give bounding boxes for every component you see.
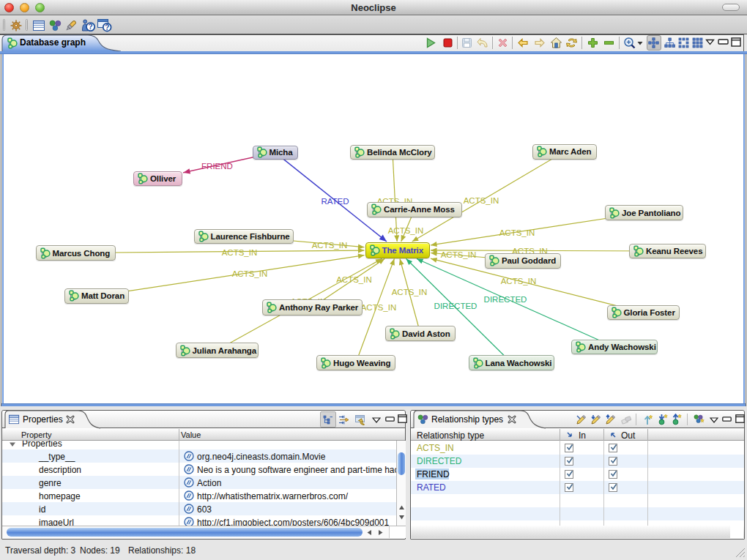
svg-text:ACTS_IN: ACTS_IN [464,196,499,205]
svg-text:ACTS_IN: ACTS_IN [388,226,424,235]
svg-text:DIRECTED: DIRECTED [434,302,477,310]
svg-text:ACTS_IN: ACTS_IN [392,288,428,296]
svg-text:ACTS_IN: ACTS_IN [501,277,537,285]
svg-text:DIRECTED: DIRECTED [484,295,527,304]
svg-text:?: ? [89,23,93,31]
svg-text:ACTS_IN: ACTS_IN [232,269,268,278]
svg-text:ACTS_IN: ACTS_IN [441,250,477,259]
svg-text:?: ? [105,23,109,31]
svg-text:ACTS_IN: ACTS_IN [361,303,397,312]
svg-text:FRIEND: FRIEND [201,162,233,171]
svg-text:ACTS_IN: ACTS_IN [222,248,258,257]
svg-text:ACTS_IN: ACTS_IN [499,228,535,237]
svg-text:ACTS_IN: ACTS_IN [312,241,348,250]
svg-text:RATED: RATED [321,197,349,206]
svg-text:ACTS_IN: ACTS_IN [336,275,372,284]
